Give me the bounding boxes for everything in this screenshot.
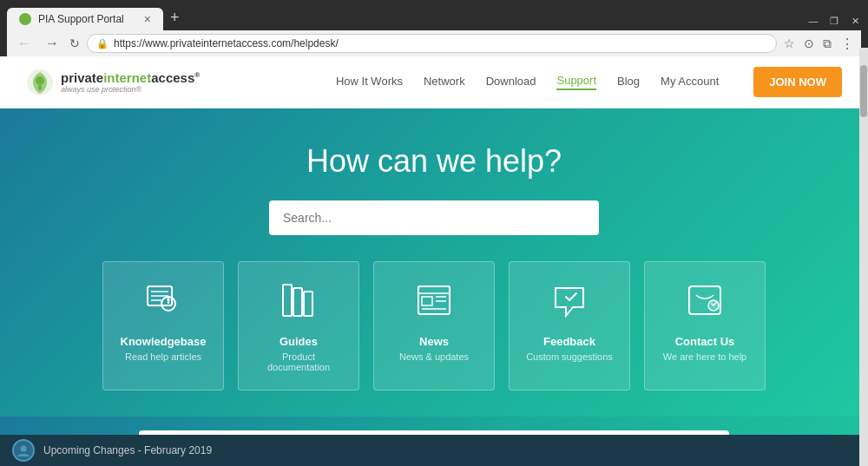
knowledgebase-title: Knowledgebase (117, 335, 209, 348)
browser-chrome: PIA Support Portal × + — ❒ ✕ ← → ↻ 🔒 htt… (0, 0, 868, 56)
contact-title: Contact Us (659, 335, 751, 348)
join-now-button[interactable]: JOIN NOW (753, 67, 842, 97)
forward-button[interactable]: → (42, 34, 62, 53)
feedback-card[interactable]: Feedback Custom suggestions (509, 261, 630, 391)
profile-icon[interactable]: ⊙ (804, 36, 814, 50)
svg-rect-11 (293, 288, 302, 316)
site-navigation: privateinternetaccess® always use protec… (0, 56, 868, 108)
cards-row: Knowledgebase Read help articles Guides … (17, 261, 851, 391)
nav-links: How It Works Network Download Support Bl… (336, 67, 842, 97)
knowledgebase-subtitle: Read help articles (117, 351, 209, 362)
guides-title: Guides (253, 335, 345, 348)
minimize-button[interactable]: — (807, 15, 819, 27)
bottom-text: Upcoming Changes - February 2019 (43, 444, 212, 456)
nav-network[interactable]: Network (424, 75, 465, 89)
logo[interactable]: privateinternetaccess® always use protec… (26, 69, 200, 96)
svg-rect-13 (418, 286, 450, 314)
scrollbar[interactable] (859, 48, 868, 466)
news-subtitle: News & updates (388, 351, 480, 362)
restore-button[interactable]: ❒ (828, 15, 840, 27)
nav-my-account[interactable]: My Account (661, 75, 719, 89)
news-title: News (388, 335, 480, 348)
lock-icon: 🔒 (96, 38, 108, 49)
address-text: https://www.privateinternetaccess.com/he… (114, 37, 767, 49)
tab-favicon (19, 13, 31, 25)
guides-subtitle: Product documentation (253, 351, 345, 372)
feedback-subtitle: Custom suggestions (523, 351, 615, 362)
svg-point-9 (168, 305, 169, 306)
svg-rect-12 (304, 292, 312, 316)
bottom-bar: Upcoming Changes - February 2019 (0, 435, 868, 466)
address-bar-row: ← → ↻ 🔒 https://www.privateinternetacces… (7, 30, 861, 56)
guides-icon (253, 279, 345, 326)
logo-text: privateinternetaccess® always use protec… (61, 70, 200, 94)
back-button[interactable]: ← (14, 34, 35, 53)
search-input[interactable] (269, 200, 599, 235)
logo-tagline: always use protection® (61, 85, 200, 94)
news-icon (388, 279, 480, 326)
bottom-avatar (12, 439, 35, 462)
browser-menu-button[interactable]: ⋮ (840, 36, 854, 52)
contact-icon (659, 279, 751, 326)
news-card[interactable]: News News & updates (373, 261, 495, 391)
scrollbar-thumb[interactable] (860, 65, 867, 117)
tab-title: PIA Support Portal (38, 13, 137, 25)
bookmark-icon[interactable]: ☆ (784, 36, 795, 50)
tab-close-button[interactable]: × (144, 13, 151, 25)
knowledgebase-card[interactable]: Knowledgebase Read help articles (102, 261, 224, 391)
new-tab-button[interactable]: + (163, 5, 187, 30)
nav-download[interactable]: Download (486, 75, 536, 89)
search-container (269, 200, 599, 235)
website-content: privateinternetaccess® always use protec… (0, 56, 868, 466)
svg-rect-15 (422, 297, 432, 305)
contact-subtitle: We are here to help (659, 351, 751, 362)
nav-blog[interactable]: Blog (617, 75, 640, 89)
logo-icon (26, 69, 54, 96)
close-button[interactable]: ✕ (849, 15, 861, 27)
feedback-icon (523, 279, 615, 326)
refresh-button[interactable]: ↻ (69, 36, 80, 50)
knowledgebase-icon (117, 279, 209, 326)
feedback-title: Feedback (523, 335, 615, 348)
nav-how-it-works[interactable]: How It Works (336, 75, 403, 89)
address-bar[interactable]: 🔒 https://www.privateinternetaccess.com/… (87, 34, 777, 53)
nav-support[interactable]: Support (556, 74, 596, 90)
active-tab[interactable]: PIA Support Portal × (7, 8, 163, 30)
hero-title: How can we help? (17, 143, 851, 180)
logo-internet: internet (103, 70, 151, 85)
contact-card[interactable]: Contact Us We are here to help (644, 261, 766, 391)
svg-point-22 (21, 446, 27, 452)
logo-name: privateinternetaccess® (61, 70, 200, 85)
extensions-icon[interactable]: ⧉ (823, 36, 832, 51)
window-controls: — ❒ ✕ (807, 15, 861, 30)
hero-section: How can we help? (0, 108, 868, 417)
svg-rect-10 (283, 285, 292, 316)
address-actions: ☆ ⊙ ⧉ ⋮ (784, 36, 854, 52)
svg-rect-2 (38, 85, 42, 90)
svg-point-1 (36, 76, 44, 85)
guides-card[interactable]: Guides Product documentation (238, 261, 359, 391)
